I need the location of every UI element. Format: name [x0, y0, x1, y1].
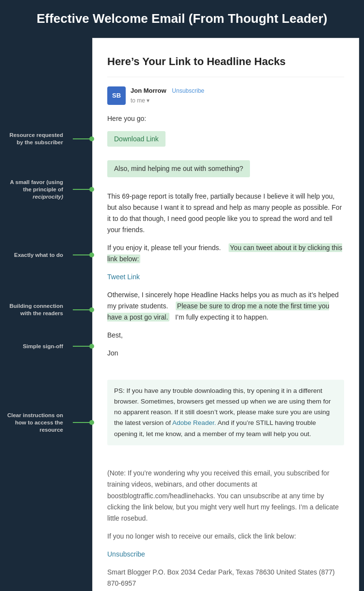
body-paragraph2: If you enjoy it, please tell your friend… — [107, 242, 344, 265]
sender-info: Jon Morrow Unsubscribe to me ▾ — [131, 86, 204, 105]
footer-note: (Note: If you’re wondering why you recei… — [107, 468, 344, 523]
annotation-connection: Building connection with the readers — [5, 303, 87, 317]
footer-unsubscribe-intro: If you no longer wish to receive our ema… — [107, 531, 344, 542]
sender-to: to me ▾ — [131, 96, 204, 105]
sender-name-signoff: Jon — [107, 348, 344, 359]
annotation-resource-text: Resource requested by the subscriber — [5, 132, 63, 146]
body-p2-before: If you enjoy it, please tell your friend… — [107, 244, 221, 252]
sign-off: Best, — [107, 330, 344, 341]
footer-unsubscribe-link[interactable]: Unsubscribe — [107, 550, 145, 558]
footer-address: Smart Blogger P.O. Box 2034 Cedar Park, … — [107, 567, 344, 589]
greeting: Here you go: — [107, 113, 344, 124]
tweet-link[interactable]: Tweet Link — [107, 271, 344, 282]
annotations-column: Resource requested by the subscriber A s… — [5, 38, 87, 591]
ps-section: PS: If you have any trouble downloading … — [107, 380, 344, 445]
sender-name: Jon Morrow — [131, 87, 166, 94]
annotation-instructions: Clear instructions on how to access the … — [5, 412, 87, 434]
email-subject: Here’s Your Link to Headline Hacks — [107, 53, 344, 77]
annotation-exactly-text: Exactly what to do — [5, 252, 63, 259]
annotation-signoff: Simple sign-off — [5, 343, 87, 350]
annotation-signoff-text: Simple sign-off — [5, 343, 63, 350]
header-unsubscribe-link[interactable]: Unsubscribe — [172, 87, 204, 94]
annotation-connection-text: Building connection with the readers — [5, 303, 63, 317]
also-text: Also, mind helping me out with something… — [107, 160, 250, 177]
annotation-favor-text: A small favor (using the principle of re… — [5, 179, 63, 201]
sender-row: SB Jon Morrow Unsubscribe to me ▾ — [107, 86, 344, 105]
annotation-exactly: Exactly what to do — [5, 252, 87, 259]
download-link[interactable]: Download Link — [107, 131, 165, 147]
page-title: Effective Welcome Email (From Thought Le… — [0, 0, 364, 38]
annotation-favor: A small favor (using the principle of re… — [5, 179, 87, 201]
body-p3-after: I’m fully expecting it to happen. — [175, 313, 268, 321]
avatar: SB — [107, 86, 126, 105]
body-paragraph1: This 69-page report is totally free, par… — [107, 191, 344, 236]
annotation-resource: Resource requested by the subscriber — [5, 132, 87, 146]
email-panel: Here’s Your Link to Headline Hacks SB Jo… — [92, 38, 359, 591]
email-body: Here you go: Download Link Also, mind he… — [107, 113, 344, 589]
adobe-reader-link[interactable]: Adobe Reader. — [172, 419, 216, 426]
annotation-instructions-text: Clear instructions on how to access the … — [5, 412, 63, 434]
body-paragraph3: Otherwise, I sincerely hope Headline Hac… — [107, 289, 344, 323]
